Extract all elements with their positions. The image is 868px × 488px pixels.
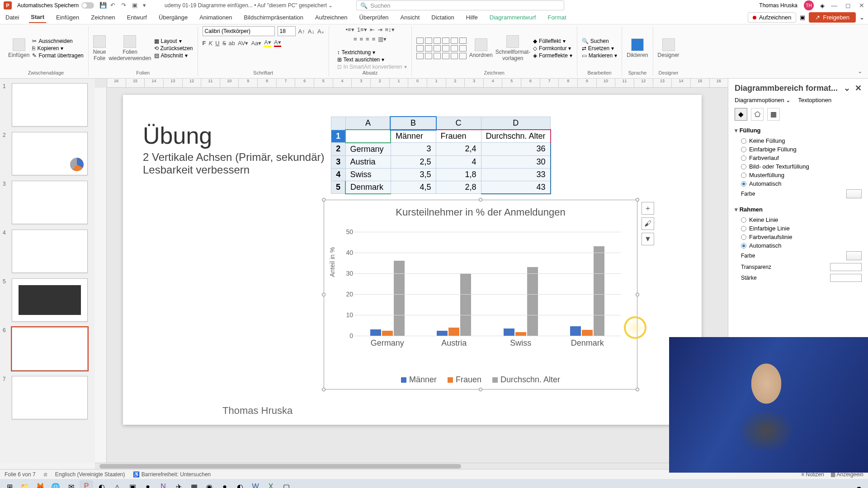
border-gradient-radio[interactable]: Farbverlaufslinie: [735, 233, 862, 241]
app-icon[interactable]: ▦: [187, 480, 201, 488]
fill-picture-radio[interactable]: Bild- oder Texturfüllung: [735, 162, 862, 171]
toggle-icon[interactable]: [81, 2, 94, 9]
thumbnail-5[interactable]: [12, 278, 88, 322]
obs-icon[interactable]: ◉: [203, 480, 216, 488]
slide-counter[interactable]: Folie 6 von 7: [5, 471, 36, 478]
select-button[interactable]: ▭ Markieren ▾: [582, 52, 617, 59]
app-icon[interactable]: ●: [218, 480, 231, 488]
border-section-header[interactable]: Rahmen: [735, 206, 862, 213]
bold-button[interactable]: F: [203, 40, 206, 47]
resize-handle[interactable]: [636, 198, 639, 202]
autosave-toggle[interactable]: Automatisches Speichern: [17, 2, 94, 9]
chevron-down-icon[interactable]: ⌄: [859, 14, 864, 21]
align-center-icon[interactable]: ≡: [360, 36, 363, 42]
app-icon[interactable]: ▣: [126, 480, 139, 488]
tab-format[interactable]: Format: [546, 12, 568, 23]
strike-button[interactable]: S̶: [222, 40, 226, 47]
thumbnail-7[interactable]: [12, 376, 88, 419]
cloud-sync-icon[interactable]: ◈: [820, 2, 825, 9]
tab-dictation[interactable]: Dictation: [429, 12, 456, 23]
thumbnail-4[interactable]: [12, 230, 88, 273]
tab-zeichnen[interactable]: Zeichnen: [89, 12, 117, 23]
windows-taskbar[interactable]: ⊞ 📁 🦊 🌐 ✉ P ◐ △ ▣ ● N ✈ ▦ ◉ ● ◐ W X ▢ ☁: [0, 479, 868, 488]
vlc-icon[interactable]: △: [110, 480, 124, 488]
tab-entwurf[interactable]: Entwurf: [125, 12, 149, 23]
decrease-indent-icon[interactable]: ⇤: [370, 26, 375, 33]
slide-subtitle-1[interactable]: 2 Vertikale Achsen (Primär, sekundär): [143, 151, 325, 164]
increase-font-icon[interactable]: A↑: [298, 28, 305, 35]
y-axis-label[interactable]: Anteil in %: [329, 247, 336, 277]
chrome-icon[interactable]: 🌐: [49, 480, 62, 488]
tab-start[interactable]: Start: [29, 12, 46, 23]
tab-ueberpruefen[interactable]: Überprüfen: [358, 12, 391, 23]
undo-icon[interactable]: ↶: [110, 2, 118, 9]
tab-praesentation[interactable]: Bildschirmpräsentation: [242, 12, 305, 23]
reuse-slides-button[interactable]: Folien wiederverwenden: [108, 35, 151, 61]
chart-filters-button[interactable]: ▼: [642, 233, 654, 245]
copy-button[interactable]: ⎘ Kopieren ▾: [32, 45, 83, 52]
resize-handle[interactable]: [322, 293, 326, 296]
fill-section-header[interactable]: Füllung: [735, 127, 862, 134]
tab-datei[interactable]: Datei: [4, 12, 21, 23]
chart-legend[interactable]: MännerFrauenDurchschn. Alter: [324, 375, 637, 385]
powerpoint-taskbar-icon[interactable]: P: [80, 480, 93, 488]
spellcheck-icon[interactable]: ⎚: [44, 471, 47, 478]
minimize-icon[interactable]: —: [831, 2, 837, 9]
fill-line-tab-icon[interactable]: ◆: [735, 108, 747, 121]
numbering-icon[interactable]: 1≡▾: [357, 26, 367, 33]
chart-object[interactable]: ＋ 🖌 ▼ Kursteilnehmer in % der Anmeldunge…: [324, 200, 637, 389]
slide-subtitle-2[interactable]: Lesbarkeit verbessern: [143, 164, 250, 176]
border-width-input[interactable]: [830, 274, 862, 282]
reset-button[interactable]: ⟲ Zurücksetzen: [154, 45, 193, 52]
bullets-icon[interactable]: •≡▾: [346, 26, 354, 33]
accessibility-checker[interactable]: ♿ Barrierefreiheit: Untersuchen: [133, 471, 211, 478]
border-auto-radio[interactable]: Automatisch: [735, 241, 862, 250]
chart-title[interactable]: Kursteilnehmer in % der Anmeldungen: [324, 200, 637, 221]
redo-icon[interactable]: ↷: [121, 2, 128, 9]
firefox-icon[interactable]: 🦊: [33, 480, 47, 488]
align-left-icon[interactable]: ≡: [354, 36, 357, 42]
case-button[interactable]: Aa▾: [251, 40, 261, 47]
user-avatar[interactable]: TH: [804, 0, 814, 10]
align-text-button[interactable]: ⊞ Text ausrichten ▾: [337, 56, 407, 63]
word-icon[interactable]: W: [249, 480, 262, 488]
size-props-tab-icon[interactable]: ▦: [767, 108, 780, 121]
shapes-gallery[interactable]: [416, 38, 467, 59]
spacing-button[interactable]: AV▾: [238, 40, 248, 47]
shape-outline-button[interactable]: ◇ Formkontur ▾: [533, 45, 572, 52]
tab-aufzeichnen[interactable]: Aufzeichnen: [313, 12, 349, 23]
smartart-button[interactable]: ⊡ In SmartArt konvertieren ▾: [337, 64, 407, 70]
onenote-icon[interactable]: N: [156, 480, 170, 488]
underline-button[interactable]: U: [215, 40, 219, 47]
slide-title[interactable]: Übung: [143, 122, 212, 149]
thumbnail-6[interactable]: [12, 327, 88, 371]
start-slideshow-icon[interactable]: ▣: [132, 2, 139, 9]
replace-button[interactable]: ⇄ Ersetzen ▾: [582, 45, 617, 52]
chevron-down-icon[interactable]: ⌄: [328, 2, 333, 9]
section-button[interactable]: ▤ Abschnitt ▾: [154, 52, 193, 59]
thumbnail-3[interactable]: [12, 181, 88, 224]
save-icon[interactable]: 💾: [99, 2, 107, 9]
paste-button[interactable]: Einfügen: [8, 38, 29, 58]
effects-tab-icon[interactable]: ⬠: [751, 108, 764, 121]
quick-styles-button[interactable]: Schnellformat- vorlagen: [495, 35, 530, 61]
share-button[interactable]: ↗Freigeben: [809, 12, 856, 23]
columns-icon[interactable]: ▥▾: [378, 36, 387, 42]
italic-button[interactable]: K: [209, 40, 213, 47]
resize-handle[interactable]: [636, 388, 639, 391]
file-explorer-icon[interactable]: 📁: [18, 480, 32, 488]
app-icon[interactable]: ◐: [233, 480, 247, 488]
align-right-icon[interactable]: ≡: [366, 36, 369, 42]
fill-solid-radio[interactable]: Einfarbige Füllung: [735, 145, 862, 154]
resize-handle[interactable]: [479, 388, 482, 391]
close-icon[interactable]: ✕: [859, 2, 864, 9]
text-options-tab[interactable]: Textoptionen: [798, 97, 831, 103]
decrease-font-icon[interactable]: A↓: [308, 28, 315, 35]
telegram-icon[interactable]: ✈: [172, 480, 185, 488]
app-icon[interactable]: ◐: [95, 480, 108, 488]
app-icon[interactable]: ●: [141, 480, 155, 488]
designer-button[interactable]: Designer: [658, 38, 679, 58]
increase-indent-icon[interactable]: ⇥: [377, 26, 382, 33]
tab-ansicht[interactable]: Ansicht: [399, 12, 422, 23]
resize-handle[interactable]: [322, 198, 326, 202]
